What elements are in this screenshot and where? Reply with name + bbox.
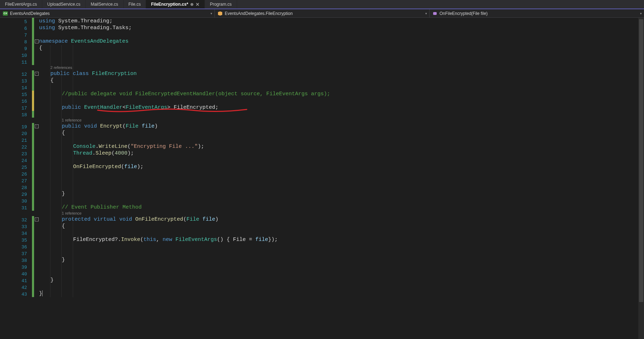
code-line: { bbox=[39, 45, 42, 52]
code-line: FileEncrypted?.Invoke(this, new FileEven… bbox=[73, 236, 278, 243]
code-line: using System.Threading; bbox=[39, 18, 113, 25]
fold-toggle-icon[interactable]: - bbox=[35, 217, 39, 221]
change-indicator-saved bbox=[32, 223, 34, 230]
document-tab[interactable]: FileEventArgs.cs bbox=[0, 0, 42, 9]
indent-guide bbox=[50, 45, 50, 297]
pin-icon[interactable]: ⊕ bbox=[190, 2, 193, 7]
nav-project-dropdown[interactable]: C# EventsAndDelegates ▾ bbox=[0, 9, 215, 17]
tab-label: Program.cs bbox=[210, 2, 231, 7]
change-indicator-saved bbox=[32, 236, 34, 243]
code-text-area[interactable]: using System.Threading;using System.Thre… bbox=[32, 18, 644, 339]
change-indicator-saved bbox=[32, 31, 34, 38]
line-number: 33 bbox=[0, 224, 32, 230]
change-indicator-saved bbox=[32, 18, 34, 25]
class-icon bbox=[218, 11, 223, 16]
line-number: 11 bbox=[0, 59, 32, 66]
change-indicator-saved bbox=[32, 230, 34, 236]
change-indicator-saved bbox=[32, 163, 34, 170]
document-tab[interactable]: MailService.cs bbox=[86, 0, 123, 9]
vertical-scrollbar[interactable] bbox=[638, 18, 644, 339]
line-number: 24 bbox=[0, 157, 32, 164]
line-number: 8 bbox=[0, 39, 32, 45]
nav-member-label: OnFileEncrypted(File file) bbox=[440, 11, 487, 16]
change-indicator-saved bbox=[32, 277, 34, 284]
change-indicator-saved bbox=[32, 190, 34, 197]
fold-toggle-icon[interactable]: - bbox=[35, 39, 39, 43]
tab-label: UploadService.cs bbox=[47, 2, 80, 7]
nav-type-dropdown[interactable]: EventsAndDelegates.FileEncryption ▾ bbox=[215, 9, 430, 17]
line-number: 39 bbox=[0, 264, 32, 271]
change-indicator-saved bbox=[32, 143, 34, 150]
line-number: 41 bbox=[0, 278, 32, 284]
document-tab[interactable]: Program.cs bbox=[205, 0, 237, 9]
csharp-project-icon: C# bbox=[3, 11, 8, 16]
indent-guide bbox=[61, 45, 62, 297]
change-indicator-saved bbox=[32, 130, 34, 136]
change-indicator-saved bbox=[32, 157, 34, 163]
codelens-reference-count[interactable]: 1 reference bbox=[62, 118, 82, 123]
line-number: 21 bbox=[0, 137, 32, 144]
svg-rect-0 bbox=[433, 12, 437, 15]
method-icon bbox=[432, 11, 437, 16]
change-indicator-saved bbox=[32, 177, 34, 184]
change-indicator-saved bbox=[32, 216, 34, 223]
close-icon[interactable]: ✕ bbox=[196, 2, 200, 7]
code-line: // Event Publisher Method bbox=[62, 204, 142, 211]
nav-member-dropdown[interactable]: OnFileEncrypted(File file) ▾ bbox=[430, 9, 644, 17]
change-indicator-saved bbox=[32, 204, 34, 211]
change-indicator-saved bbox=[32, 184, 34, 190]
line-number-gutter: 5678910111213141516171819202122232425262… bbox=[0, 18, 32, 339]
line-number: 17 bbox=[0, 105, 32, 112]
line-number: 37 bbox=[0, 251, 32, 257]
change-indicator-modified bbox=[32, 91, 34, 97]
scrollbar-thumb[interactable] bbox=[639, 19, 643, 302]
change-indicator-saved bbox=[32, 270, 34, 277]
code-line: namespace EventsAndDelegates bbox=[39, 38, 129, 45]
code-line: Thread.Sleep(4000); bbox=[73, 150, 134, 157]
change-indicator-saved bbox=[32, 243, 34, 250]
document-tab[interactable]: File.cs bbox=[124, 0, 146, 9]
code-line: Console.WriteLine("Encrypting File ...")… bbox=[73, 143, 204, 150]
code-line: } bbox=[39, 290, 43, 297]
change-indicator-saved bbox=[32, 25, 34, 31]
nav-type-label: EventsAndDelegates.FileEncryption bbox=[225, 11, 293, 16]
change-indicator-saved bbox=[32, 150, 34, 157]
change-indicator-modified bbox=[32, 104, 34, 111]
line-number: 10 bbox=[0, 52, 32, 59]
line-number: 23 bbox=[0, 151, 32, 157]
line-number: 9 bbox=[0, 45, 32, 52]
change-indicator-modified bbox=[32, 97, 34, 104]
code-line: public class FileEncryption bbox=[50, 70, 137, 77]
line-number: 36 bbox=[0, 244, 32, 251]
change-indicator-saved bbox=[32, 290, 34, 297]
tab-label: MailService.cs bbox=[91, 2, 118, 7]
tab-label: File.cs bbox=[129, 2, 141, 7]
line-number: 12 bbox=[0, 71, 32, 78]
code-line: protected virtual void OnFileEncrypted(F… bbox=[62, 216, 218, 223]
codelens-reference-count[interactable]: 1 reference bbox=[62, 211, 82, 216]
tab-label: FileEventArgs.cs bbox=[5, 2, 37, 7]
document-tab[interactable]: FileEncryption.cs*⊕✕ bbox=[146, 0, 205, 9]
code-line: } bbox=[62, 257, 65, 263]
code-line: //public delegate void FileEncryptedEven… bbox=[62, 91, 330, 97]
change-indicator-saved bbox=[32, 77, 34, 84]
change-indicator-saved bbox=[32, 257, 34, 263]
line-number: 40 bbox=[0, 271, 32, 278]
code-line: OnFileEncrypted(file); bbox=[73, 163, 143, 170]
change-indicator-saved bbox=[32, 284, 34, 290]
document-tab[interactable]: UploadService.cs bbox=[42, 0, 86, 9]
code-editor[interactable]: 5678910111213141516171819202122232425262… bbox=[0, 18, 644, 339]
code-line: public void Encrypt(File file) bbox=[62, 123, 158, 130]
line-number: 22 bbox=[0, 144, 32, 151]
line-number: 19 bbox=[0, 124, 32, 130]
code-line: { bbox=[50, 77, 54, 84]
chevron-down-icon: ▾ bbox=[425, 12, 427, 15]
change-indicator-saved bbox=[32, 70, 34, 77]
line-number: 26 bbox=[0, 171, 32, 178]
fold-toggle-icon[interactable]: - bbox=[35, 72, 39, 76]
code-line: } bbox=[62, 190, 65, 197]
nav-project-label: EventsAndDelegates bbox=[10, 11, 50, 16]
line-number: 25 bbox=[0, 164, 32, 171]
fold-toggle-icon[interactable]: - bbox=[35, 124, 39, 128]
line-number: 27 bbox=[0, 178, 32, 184]
